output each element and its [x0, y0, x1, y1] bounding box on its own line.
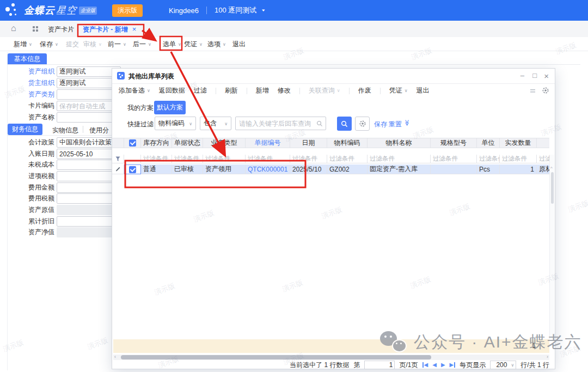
layout-icon[interactable]: [530, 88, 536, 93]
scroll-left-icon[interactable]: ‹: [114, 354, 116, 359]
submit-button[interactable]: 提交: [66, 40, 79, 49]
tab-close-icon[interactable]: ×: [132, 25, 137, 33]
col-header-direction[interactable]: 库存方向: [141, 138, 172, 148]
filter-button[interactable]: 过滤: [194, 86, 207, 95]
prev-button[interactable]: 前一: [108, 40, 126, 49]
modify-button[interactable]: 修改: [278, 86, 291, 95]
table-row[interactable]: 普通 已审核 资产领用 QTCK000001 2025/5/10 GZ002 固…: [112, 164, 549, 174]
page-number-input[interactable]: [364, 361, 395, 369]
maximize-icon[interactable]: □: [532, 71, 537, 80]
col-header-bill-no[interactable]: 单据编号: [246, 138, 290, 148]
tab-physical-info[interactable]: 实物信息: [52, 126, 78, 135]
col-header-material-code[interactable]: 物料编码: [327, 138, 367, 148]
field-label-entry-date: 入账日期: [0, 149, 57, 159]
filter-cell[interactable]: 过滤条件: [431, 155, 477, 163]
audit-button[interactable]: 审核: [83, 40, 102, 49]
per-page-select[interactable]: 200: [490, 361, 516, 369]
save-scheme-link[interactable]: 保存: [374, 120, 387, 129]
voucher-button[interactable]: 凭证: [184, 40, 203, 49]
filter-cell[interactable]: 过滤条件: [141, 155, 172, 163]
scrollbar-thumb[interactable]: [121, 355, 431, 359]
scroll-right-icon[interactable]: ›: [547, 354, 548, 359]
vertical-scrollbar[interactable]: ^: [549, 155, 554, 339]
minimize-icon[interactable]: –: [520, 71, 524, 80]
current-user[interactable]: Kingdee6: [169, 7, 199, 15]
field-label-owner-org: 货主组织: [0, 78, 57, 88]
field-label-input-tax: 进项税额: [0, 171, 57, 181]
first-page-icon[interactable]: ◀: [422, 362, 428, 368]
search-button[interactable]: [337, 117, 352, 131]
filter-funnel-icon[interactable]: [112, 155, 124, 163]
other-outbound-list-dialog: 其他出库单列表 – □ × 添加备选 返回数据 过滤 刷新 新增 修改 关联查询…: [112, 68, 555, 369]
checkbox-checked-icon: [129, 166, 136, 173]
filter-operator-select[interactable]: 包含: [200, 117, 231, 130]
close-icon[interactable]: ×: [544, 71, 549, 81]
page-prefix: 第: [353, 361, 360, 370]
app-grid-icon[interactable]: [33, 26, 38, 32]
dialog-exit-button[interactable]: 退出: [416, 86, 430, 95]
dialog-title-bar[interactable]: 其他出库单列表 – □ ×: [112, 69, 555, 84]
brand-name-light: 星空: [56, 4, 77, 17]
field-label-card-no: 卡片编码: [0, 101, 57, 111]
exit-button[interactable]: 退出: [232, 40, 246, 49]
filter-cell[interactable]: 过滤条件: [477, 155, 500, 163]
next-page-icon[interactable]: ▶: [441, 362, 445, 368]
next-button[interactable]: 后一: [133, 40, 151, 49]
col-header-spec[interactable]: 规格型号: [431, 138, 477, 148]
col-header-qty[interactable]: 实发数量: [500, 138, 537, 148]
tab-asset-card[interactable]: 资产卡片: [48, 25, 74, 34]
cell-status: 已审核: [172, 164, 203, 174]
row-checkbox[interactable]: [124, 164, 141, 174]
col-header-status[interactable]: 单据状态: [172, 138, 203, 148]
prev-page-icon[interactable]: ◀: [432, 362, 437, 368]
horizontal-scrollbar[interactable]: ‹ ›: [113, 355, 549, 360]
void-button[interactable]: 作废: [358, 86, 371, 95]
dialog-new-button[interactable]: 新增: [256, 86, 269, 95]
col-header-date[interactable]: 日期: [290, 138, 327, 148]
return-data-button[interactable]: 返回数据: [159, 86, 185, 95]
filter-cell[interactable]: 过滤条件: [203, 155, 246, 163]
col-header-material-name[interactable]: 物料名称: [367, 138, 431, 148]
field-label-asset-name: 资产名称: [0, 112, 57, 123]
add-candidate-button[interactable]: 添加备选: [119, 86, 150, 95]
filter-cell[interactable]: 过滤条件: [290, 155, 327, 163]
related-query-button[interactable]: 关联查询: [309, 86, 340, 95]
save-button[interactable]: 保存: [40, 40, 58, 49]
expand-chevron-icon[interactable]: ≫: [403, 120, 411, 126]
refresh-button[interactable]: 刷新: [225, 86, 238, 95]
col-header-biz-type[interactable]: 业务类型: [203, 138, 246, 148]
options-button[interactable]: 选项: [207, 40, 226, 49]
tab-finance-info[interactable]: 财务信息: [8, 124, 42, 135]
filter-cell[interactable]: 过滤条件: [246, 155, 290, 163]
dialog-voucher-button[interactable]: 凭证: [389, 86, 408, 95]
scheme-label: 我的方案: [127, 103, 154, 113]
page-suffix: 页/1页: [399, 361, 418, 370]
cell-spec: [431, 164, 477, 174]
new-button[interactable]: 新增: [14, 40, 32, 49]
org-caret-icon[interactable]: ▼: [261, 9, 266, 13]
scroll-up-icon[interactable]: ^: [550, 166, 553, 170]
filter-cell[interactable]: 过滤条件: [537, 155, 549, 163]
col-header-unit[interactable]: 单位: [477, 138, 500, 148]
select-all-checkbox[interactable]: [124, 138, 141, 148]
default-scheme-button[interactable]: 默认方案: [154, 101, 186, 114]
toolbar-settings-icon[interactable]: [542, 87, 549, 94]
filter-settings-button[interactable]: [355, 117, 370, 131]
summary-row: 1: [113, 339, 549, 353]
filter-cell[interactable]: 过滤条件: [500, 155, 537, 163]
filter-cell[interactable]: 过滤条件: [327, 155, 367, 163]
filter-cell[interactable]: 过滤条件: [172, 155, 203, 163]
tab-usage[interactable]: 使用分: [89, 126, 109, 135]
filter-cell[interactable]: 过滤条件: [367, 155, 431, 163]
reset-link[interactable]: 重置: [389, 120, 402, 129]
last-page-icon[interactable]: ▶: [450, 362, 456, 368]
tab-asset-card-new[interactable]: 资产卡片 - 新增×: [83, 25, 136, 34]
keyword-search-input[interactable]: [235, 117, 326, 130]
divider: [83, 126, 83, 133]
home-icon[interactable]: ⌂: [11, 23, 16, 33]
cell-bill-no-link[interactable]: QTCK000001: [246, 164, 290, 174]
select-bill-button[interactable]: 选单: [163, 40, 181, 49]
current-organization[interactable]: 100 逐同测试: [215, 5, 256, 15]
field-label-original-value: 资产原值: [0, 205, 57, 215]
filter-field-select[interactable]: 物料编码: [155, 117, 196, 130]
